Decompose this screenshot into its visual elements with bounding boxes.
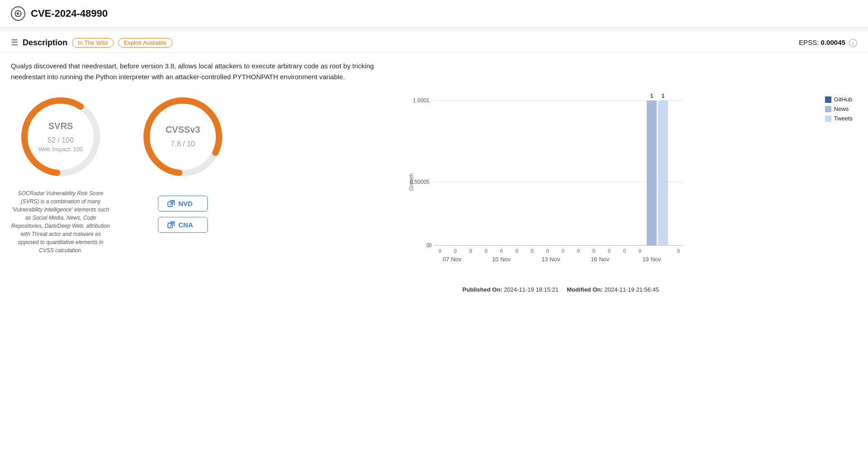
gauges-area: SVRS 52 / 100 Web Impact: 100 SOCRadar V… <box>11 91 246 293</box>
svg-text:0: 0 <box>439 248 441 254</box>
legend-github-label: GitHub <box>834 96 852 103</box>
svrs-web-impact: Web Impact: 100 <box>38 146 83 153</box>
legend-news-box <box>825 106 831 112</box>
list-icon: ☰ <box>11 38 18 48</box>
section-header: ☰ Description In The Wild Exploit Avalia… <box>0 31 868 53</box>
cvss-name: CVSSv3 <box>166 125 200 135</box>
description-text: Qualys discovered that needrestart, befo… <box>0 53 407 87</box>
info-icon[interactable]: i <box>849 39 857 47</box>
svg-text:16 Nov: 16 Nov <box>591 256 610 263</box>
legend-tweets: Tweets <box>825 115 853 122</box>
svg-text:0: 0 <box>677 248 680 254</box>
external-link-icon-2 <box>167 221 175 229</box>
ext-buttons: NVD CNA <box>158 196 208 233</box>
svg-text:0: 0 <box>546 248 549 254</box>
back-button[interactable] <box>11 6 25 21</box>
svg-text:0: 0 <box>515 248 518 254</box>
svg-text:19 Nov: 19 Nov <box>642 256 661 263</box>
legend-github-box <box>825 96 831 103</box>
cvss-label-center: CVSSv3 7.8 / 10 <box>166 125 200 149</box>
svrs-gauge: SVRS 52 / 100 Web Impact: 100 <box>15 91 106 182</box>
svg-text:07 Nov: 07 Nov <box>443 256 462 263</box>
published-value: 2024-11-19 18:15:21 <box>504 286 559 293</box>
epss-label: EPSS: 0.00045 <box>799 38 847 46</box>
bar-news-19nov-1 <box>647 101 657 245</box>
svg-text:0: 0 <box>469 248 472 254</box>
svrs-score: 52 / 100 <box>38 131 83 146</box>
svg-text:0: 0 <box>639 248 641 254</box>
svrs-name: SVRS <box>38 121 83 131</box>
chart-container: 1.0001 0.50005 0 Growth 1 1 <box>264 91 857 282</box>
svg-text:0: 0 <box>608 248 610 254</box>
subheader-bar <box>0 28 868 31</box>
main-content: SVRS 52 / 100 Web Impact: 100 SOCRadar V… <box>0 87 868 304</box>
legend-news-label: News <box>834 106 849 112</box>
bar-tweets-19nov-2 <box>658 101 668 245</box>
svg-text:1: 1 <box>662 93 665 99</box>
svg-text:0: 0 <box>485 248 487 254</box>
cna-button[interactable]: CNA <box>158 217 208 233</box>
section-left: ☰ Description In The Wild Exploit Avalia… <box>11 38 172 48</box>
cvss-gauge-container: CVSSv3 7.8 / 10 NVD <box>138 91 228 233</box>
svrs-gauge-container: SVRS 52 / 100 Web Impact: 100 SOCRadar V… <box>11 91 110 254</box>
svrs-label-center: SVRS 52 / 100 Web Impact: 100 <box>38 121 83 153</box>
published-label: Published On: <box>463 286 502 293</box>
svrs-max: / 100 <box>56 136 74 144</box>
modified-value: 2024-11-19 21:56:45 <box>604 286 659 293</box>
badge-exploit[interactable]: Exploit Avaliable <box>118 38 172 48</box>
svg-text:13 Nov: 13 Nov <box>541 256 560 263</box>
epss-value: 0.00045 <box>821 38 845 46</box>
legend-news: News <box>825 106 853 112</box>
svg-text:1: 1 <box>650 93 653 99</box>
svg-text:1.0001: 1.0001 <box>413 97 429 104</box>
cvss-max: / 10 <box>181 140 195 148</box>
epss-area: EPSS: 0.00045 i <box>799 38 857 47</box>
svg-text:0: 0 <box>500 248 503 254</box>
section-title: Description <box>23 38 67 48</box>
svg-text:Growth: Growth <box>408 173 415 191</box>
svg-text:0: 0 <box>577 248 580 254</box>
svrs-description: SOCRadar Vulnerability Risk Score (SVRS)… <box>11 189 110 254</box>
bar-chart-svg: 1.0001 0.50005 0 Growth 1 1 <box>264 91 857 268</box>
nvd-button[interactable]: NVD <box>158 196 208 211</box>
cvss-score: 7.8 / 10 <box>166 135 200 149</box>
legend-tweets-label: Tweets <box>834 115 853 122</box>
cvss-gauge: CVSSv3 7.8 / 10 <box>138 91 228 182</box>
modified-label: Modified On: <box>567 286 602 293</box>
svg-text:0: 0 <box>592 248 595 254</box>
legend-github: GitHub <box>825 96 853 103</box>
pub-mod-area: Published On: 2024-11-19 18:15:21 Modifi… <box>264 286 857 293</box>
svg-text:0: 0 <box>454 248 457 254</box>
svg-text:10 Nov: 10 Nov <box>492 256 511 263</box>
page-title: CVE-2024-48990 <box>31 8 108 19</box>
page-header: CVE-2024-48990 <box>0 0 868 28</box>
chart-area: 1.0001 0.50005 0 Growth 1 1 <box>246 91 857 293</box>
svg-text:0: 0 <box>623 248 626 254</box>
svg-text:0: 0 <box>429 242 432 249</box>
external-link-icon <box>167 200 175 207</box>
svg-text:0: 0 <box>531 248 534 254</box>
chart-legend: GitHub News Tweets <box>825 96 853 122</box>
badge-wild[interactable]: In The Wild <box>72 38 114 48</box>
svg-text:0: 0 <box>562 248 564 254</box>
legend-tweets-box <box>825 115 831 122</box>
